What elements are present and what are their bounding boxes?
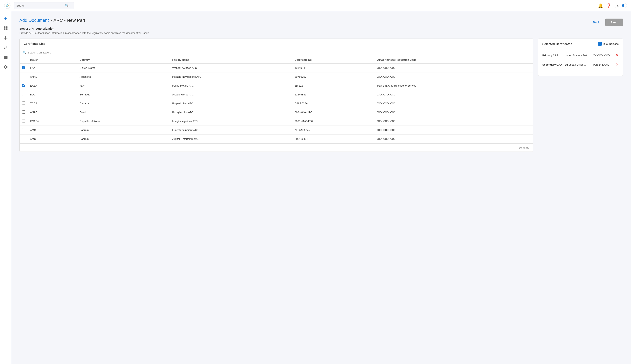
row-arc: XXXXXXXXXX	[375, 117, 533, 126]
col-issuer: Issuer	[28, 56, 77, 64]
col-check	[20, 56, 28, 64]
row-facility: Lucentertainment ATC	[170, 126, 292, 134]
row-issuer: KCASA	[28, 117, 77, 126]
row-checkbox-cell[interactable]	[20, 64, 28, 72]
col-arc: Airworthiness Regulation Code	[375, 56, 533, 64]
table-row: EASA Italy Feline Motors ATC 1B-318 Part…	[20, 81, 533, 90]
cert-search-box[interactable]: 🔍	[20, 49, 533, 56]
row-facility: Imaginavigations ATC	[170, 117, 292, 126]
selected-panel: Selected Certificates Dual Release Prima…	[538, 38, 623, 76]
user-initials: BA	[617, 4, 620, 7]
cert-list-header: Certificate List	[20, 39, 533, 49]
table-row: AMO Bahrain Jupiter Entertainment... F00…	[20, 134, 533, 144]
row-facility: Parable Navigations ATC	[170, 72, 292, 81]
svg-point-1	[7, 5, 8, 6]
row-cert-no: 2005-AMO-F06	[292, 117, 375, 126]
breadcrumb-separator: ›	[51, 18, 52, 23]
search-box[interactable]: 🔍	[14, 2, 74, 9]
row-issuer: BDCA	[28, 90, 77, 99]
svg-rect-4	[4, 28, 6, 30]
row-checkbox-2[interactable]	[22, 84, 25, 87]
row-checkbox-8[interactable]	[22, 137, 25, 140]
right-icons: 🔔 ❓ BA 👤	[598, 3, 627, 8]
table-row: BDCA Bermuda Arcanetworks ATC 12349845 X…	[20, 90, 533, 99]
secondary-caa-remove-button[interactable]: ✕	[616, 62, 619, 67]
row-arc: XXXXXXXXXX	[375, 72, 533, 81]
row-arc: Part-145.A.50 Release to Service	[375, 81, 533, 90]
table-row: ANAC Brazil Buzzylectrics ATC 0604-04/AN…	[20, 108, 533, 117]
selected-header: Selected Certificates Dual Release	[538, 39, 623, 49]
search-input[interactable]	[16, 4, 65, 7]
row-checkbox-cell[interactable]	[20, 99, 28, 108]
breadcrumb: Add Document › ARC - New Part	[20, 18, 623, 23]
row-cert-no: ALD7930245	[292, 126, 375, 134]
header-actions: Back Next	[590, 18, 623, 26]
row-checkbox-cell[interactable]	[20, 134, 28, 144]
secondary-caa-label: Secondary CAA	[542, 63, 564, 66]
cert-search-input[interactable]	[28, 51, 530, 54]
row-arc: XXXXXXXXXX	[375, 134, 533, 144]
primary-caa-label: Primary CAA	[542, 54, 564, 57]
row-arc: XXXXXXXXXX	[375, 90, 533, 99]
row-country: United States	[77, 64, 170, 72]
row-checkbox-cell[interactable]	[20, 81, 28, 90]
primary-caa-name: United States - FAA	[564, 54, 593, 57]
primary-caa-cert: XXXXXXXXXX	[593, 54, 613, 57]
sidebar-item-transfers[interactable]	[2, 44, 10, 52]
next-button[interactable]: Next	[605, 18, 623, 26]
row-issuer: ANAC	[28, 108, 77, 117]
row-country: Republic of Korea	[77, 117, 170, 126]
row-checkbox-5[interactable]	[22, 110, 25, 114]
row-cert-no: DALR026A	[292, 99, 375, 108]
row-checkbox-7[interactable]	[22, 128, 25, 131]
sidebar-item-add[interactable]: +	[2, 14, 10, 22]
row-checkbox-1[interactable]	[22, 75, 25, 78]
user-badge[interactable]: BA 👤	[615, 3, 627, 8]
row-country: Canada	[77, 99, 170, 108]
dual-release-toggle[interactable]: Dual Release	[598, 42, 619, 46]
app-logo	[4, 2, 11, 9]
search-icon: 🔍	[65, 4, 69, 8]
dual-release-checkbox[interactable]	[598, 42, 602, 46]
row-issuer: FAA	[28, 64, 77, 72]
row-checkbox-3[interactable]	[22, 92, 25, 96]
row-checkbox-0[interactable]	[22, 66, 25, 69]
help-button[interactable]: ❓	[606, 3, 611, 8]
row-checkbox-cell[interactable]	[20, 90, 28, 99]
row-facility: Buzzylectrics ATC	[170, 108, 292, 117]
secondary-caa-row: Secondary CAA European Union... Part-145…	[542, 62, 619, 67]
row-checkbox-cell[interactable]	[20, 126, 28, 134]
table-row: AMO Bahrain Lucentertainment ATC ALD7930…	[20, 126, 533, 134]
row-issuer: EASA	[28, 81, 77, 90]
sidebar-item-dashboard[interactable]	[2, 24, 10, 32]
step-description: Provide ARC authorization information in…	[20, 32, 623, 34]
row-checkbox-4[interactable]	[22, 102, 25, 105]
row-checkbox-cell[interactable]	[20, 72, 28, 81]
notifications-button[interactable]: 🔔	[598, 3, 603, 8]
back-button[interactable]: Back	[590, 19, 603, 26]
table-row: KCASA Republic of Korea Imaginavigations…	[20, 117, 533, 126]
row-country: Bahrain	[77, 134, 170, 144]
row-facility: Jupiter Entertainment...	[170, 134, 292, 144]
table-footer: 10 Items	[20, 144, 533, 152]
row-cert-no: 12349845	[292, 64, 375, 72]
col-country: Country	[77, 56, 170, 64]
col-cert-no: Certificate No.	[292, 56, 375, 64]
breadcrumb-link[interactable]: Add Document	[20, 18, 49, 23]
row-country: Bermuda	[77, 90, 170, 99]
sidebar-item-folders[interactable]	[2, 53, 10, 61]
primary-caa-remove-button[interactable]: ✕	[616, 53, 619, 58]
sidebar-item-flights[interactable]	[2, 34, 10, 42]
sidebar-item-settings[interactable]	[2, 63, 10, 71]
row-facility: Arcanetworks ATC	[170, 90, 292, 99]
row-cert-no: F00100401	[292, 134, 375, 144]
row-cert-no: 0604-04/ANAC	[292, 108, 375, 117]
row-checkbox-cell[interactable]	[20, 117, 28, 126]
row-checkbox-6[interactable]	[22, 119, 25, 122]
row-checkbox-cell[interactable]	[20, 108, 28, 117]
row-country: Italy	[77, 81, 170, 90]
row-arc: XXXXXXXXXX	[375, 126, 533, 134]
row-arc: XXXXXXXXXX	[375, 99, 533, 108]
table-row: FAA United States Wonder Aviation ATC 12…	[20, 64, 533, 72]
step-title: Step 2 of 4 - Authorization	[20, 27, 623, 30]
